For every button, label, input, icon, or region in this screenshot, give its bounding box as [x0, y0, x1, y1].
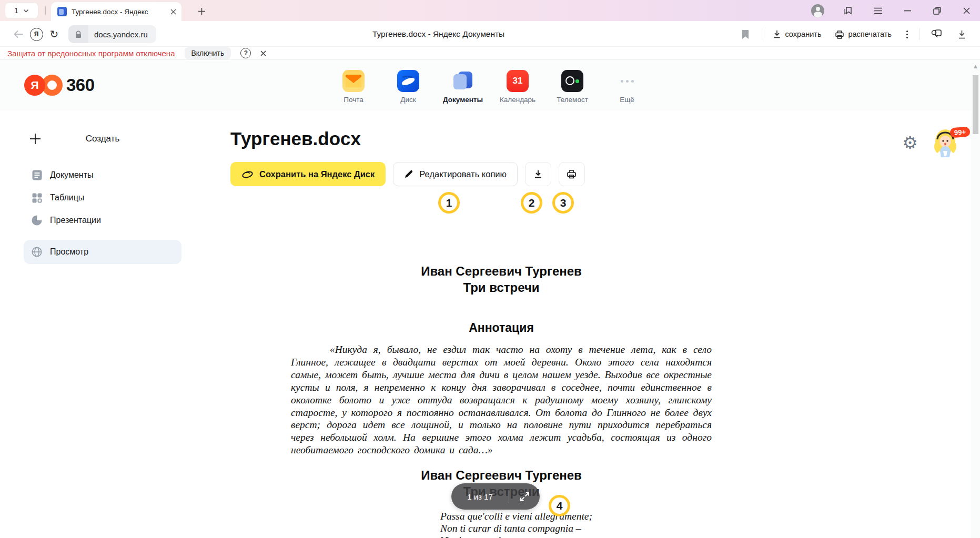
browser-tab[interactable]: Тургенев.docx - Яндекс: [51, 2, 181, 21]
app-calendar[interactable]: 31 Календарь: [501, 70, 534, 104]
settings-gear-icon[interactable]: ⚙: [900, 132, 921, 153]
ellipsis-icon: [616, 70, 638, 92]
menu-icon[interactable]: [873, 5, 883, 16]
annotation-paragraph: «Никуда я, бывало, не ездил так часто на…: [291, 343, 712, 456]
address-url: docs.yandex.ru: [88, 30, 156, 39]
download-icon: [533, 169, 543, 179]
annotation-badge-2: 2: [521, 192, 542, 214]
page-indicator: 1 из 17: [451, 483, 540, 510]
close-window-button[interactable]: [961, 5, 972, 16]
divider: [920, 28, 920, 40]
scroll-up-icon[interactable]: ▲: [971, 64, 980, 69]
more-options-icon[interactable]: [902, 28, 912, 40]
disk-saucer-icon: [241, 169, 254, 179]
notifications-badge: 99+: [949, 127, 970, 138]
plus-icon: [24, 133, 47, 145]
save-page-button[interactable]: сохранить: [770, 27, 824, 41]
pie-chart-icon: [31, 215, 43, 226]
epigraph-line: Vieni, pensando a me segretamente –: [440, 534, 712, 538]
browser-toolbar: Я ↻ docs.yandex.ru Тургенев.docx - Яндек…: [0, 21, 980, 47]
enable-protection-button[interactable]: Включить: [185, 47, 231, 59]
yandex360-logo[interactable]: Я 360: [24, 75, 95, 96]
epigraph-line: Passa que'colli e vieni allegramente;: [440, 510, 712, 522]
printer-icon: [567, 169, 577, 179]
passwords-key-icon[interactable]: [927, 25, 945, 43]
edit-copy-button[interactable]: Редактировать копию: [393, 162, 518, 186]
downloads-icon[interactable]: [953, 25, 971, 43]
divider: [762, 28, 762, 40]
sidebar-item-presentations[interactable]: Презентации: [24, 210, 181, 231]
pencil-icon: [404, 169, 413, 179]
document-file-title: Тургенев.docx: [230, 128, 361, 149]
sidebar-item-view[interactable]: Просмотр: [24, 240, 181, 264]
create-button[interactable]: Создать: [24, 128, 181, 150]
browser-profile-avatar[interactable]: [811, 4, 824, 17]
sidebar-item-tables[interactable]: Таблицы: [24, 187, 181, 208]
document-icon: [31, 170, 43, 180]
user-avatar[interactable]: 99+: [932, 128, 958, 159]
app-more[interactable]: Ещё: [610, 70, 644, 104]
save-to-disk-button[interactable]: Сохранить на Яндекс Диск: [230, 162, 386, 186]
divider: [45, 6, 46, 15]
side-panels-icon[interactable]: [843, 5, 854, 16]
print-document-button[interactable]: [559, 162, 585, 186]
sidebar-item-documents[interactable]: Документы: [24, 165, 181, 186]
download-document-button[interactable]: [525, 162, 551, 186]
telemost-icon: [561, 70, 583, 92]
print-page-button[interactable]: распечатать: [832, 27, 895, 42]
yandex360-header: Я 360 Почта Диск Документы: [0, 60, 971, 111]
app-disk[interactable]: Диск: [391, 70, 425, 104]
address-bar[interactable]: docs.yandex.ru: [68, 25, 156, 43]
help-icon[interactable]: ?: [240, 48, 251, 58]
tab-count: 1: [14, 6, 18, 15]
document-favicon-icon: [57, 7, 67, 16]
tab-strip: 1 Тургенев.docx - Яндекс: [0, 0, 980, 21]
app-mail[interactable]: Почта: [337, 70, 370, 104]
restore-button[interactable]: [932, 5, 942, 16]
browser-window: 1 Тургенев.docx - Яндекс: [0, 0, 980, 538]
page-title: Тургенев.docx - Яндекс Документы: [156, 29, 737, 39]
app-telemost[interactable]: Телемост: [555, 70, 589, 104]
documents-icon: [452, 70, 474, 92]
protection-warning-bar: Защита от вредоносных программ отключена…: [0, 46, 980, 60]
yandex-browser-icon[interactable]: Я: [27, 25, 45, 43]
epigraph: Passa que'colli e vieni allegramente; No…: [440, 510, 712, 538]
document-actions: Сохранить на Яндекс Диск Редактировать к…: [230, 162, 585, 186]
new-tab-button[interactable]: [195, 4, 208, 18]
scrollbar-thumb[interactable]: [973, 75, 978, 134]
chevron-down-icon: [23, 9, 29, 13]
app-switcher: Почта Диск Документы 31 Календарь: [337, 70, 644, 104]
calendar-icon: 31: [507, 70, 529, 92]
annotation-badge-1: 1: [438, 192, 460, 214]
mail-icon: [342, 70, 365, 92]
bookmark-icon[interactable]: [736, 25, 754, 43]
tab-title: Тургенев.docx - Яндекс: [72, 8, 166, 16]
page-number: 1 из 17: [451, 492, 509, 501]
warning-close-icon[interactable]: [260, 50, 266, 56]
disk-icon: [397, 70, 419, 92]
warning-text: Защита от вредоносных программ отключена: [7, 49, 175, 58]
minimize-button[interactable]: [902, 5, 913, 16]
fullscreen-expand-icon[interactable]: [509, 492, 540, 502]
document-author-heading: Иван Сергеевич Тургенев: [291, 263, 712, 279]
document-author-heading-2: Иван Сергеевич Тургенев: [291, 467, 712, 483]
sidebar: Создать Документы Таблицы: [24, 128, 181, 264]
globe-icon: [31, 247, 43, 257]
app-documents[interactable]: Документы: [446, 70, 480, 104]
grid-icon: [31, 193, 43, 203]
annotation-heading: Аннотация: [291, 320, 712, 336]
annotation-badge-4: 4: [549, 495, 570, 516]
page-scrollbar[interactable]: ▲: [971, 60, 980, 538]
tab-count-menu[interactable]: 1: [5, 3, 38, 18]
lock-icon[interactable]: [68, 25, 88, 43]
document-title-heading: Три встречи: [291, 279, 712, 296]
back-icon[interactable]: [9, 25, 27, 43]
epigraph-line: Non ti curar di tanta compagnia –: [440, 522, 712, 534]
refresh-icon[interactable]: ↻: [45, 25, 63, 43]
tab-close-icon[interactable]: [170, 9, 176, 15]
annotation-badge-3: 3: [552, 192, 574, 214]
